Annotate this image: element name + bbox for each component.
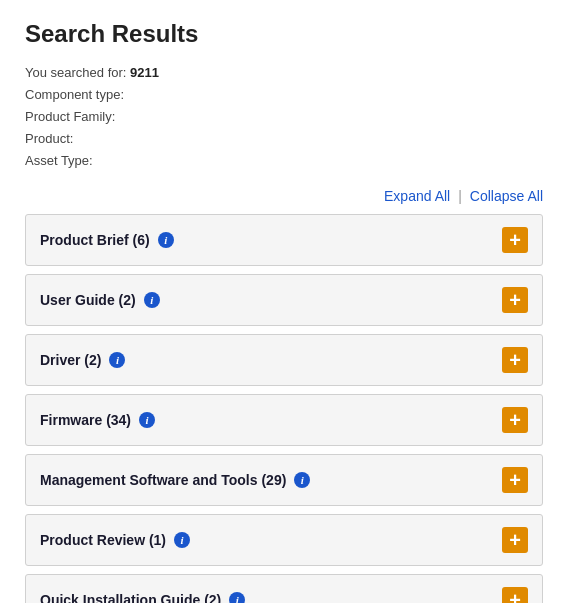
info-icon-driver[interactable]: i	[109, 352, 125, 368]
accordion-label-quick-installation-guide: Quick Installation Guide (2)	[40, 592, 221, 603]
expand-collapse-bar: Expand All | Collapse All	[25, 188, 543, 204]
filter-product-family: Product Family:	[25, 106, 543, 128]
accordion-label-management-software: Management Software and Tools (29)	[40, 472, 286, 488]
expand-button-product-brief[interactable]: +	[502, 227, 528, 253]
accordion-item-management-software[interactable]: Management Software and Tools (29)i+	[25, 454, 543, 506]
search-query-line: You searched for: 9211	[25, 62, 543, 84]
accordion-item-firmware[interactable]: Firmware (34)i+	[25, 394, 543, 446]
accordion-item-product-brief[interactable]: Product Brief (6)i+	[25, 214, 543, 266]
accordion-item-user-guide[interactable]: User Guide (2)i+	[25, 274, 543, 326]
search-value: 9211	[130, 65, 159, 80]
page-title: Search Results	[25, 20, 543, 48]
info-icon-product-review[interactable]: i	[174, 532, 190, 548]
accordion-label-driver: Driver (2)	[40, 352, 101, 368]
accordion-item-driver[interactable]: Driver (2)i+	[25, 334, 543, 386]
expand-button-firmware[interactable]: +	[502, 407, 528, 433]
accordion-left-management-software: Management Software and Tools (29)i	[40, 472, 310, 488]
filter-asset-type: Asset Type:	[25, 150, 543, 172]
search-label: You searched for:	[25, 65, 126, 80]
info-icon-user-guide[interactable]: i	[144, 292, 160, 308]
accordion-label-firmware: Firmware (34)	[40, 412, 131, 428]
expand-button-driver[interactable]: +	[502, 347, 528, 373]
expand-all-link[interactable]: Expand All	[384, 188, 450, 204]
expand-button-quick-installation-guide[interactable]: +	[502, 587, 528, 603]
filter-product: Product:	[25, 128, 543, 150]
info-icon-management-software[interactable]: i	[294, 472, 310, 488]
bar-divider: |	[458, 188, 462, 204]
accordion-item-product-review[interactable]: Product Review (1)i+	[25, 514, 543, 566]
expand-button-product-review[interactable]: +	[502, 527, 528, 553]
accordion-left-firmware: Firmware (34)i	[40, 412, 155, 428]
info-icon-quick-installation-guide[interactable]: i	[229, 592, 245, 603]
accordion-item-quick-installation-guide[interactable]: Quick Installation Guide (2)i+	[25, 574, 543, 603]
accordion-label-product-review: Product Review (1)	[40, 532, 166, 548]
accordion-left-product-brief: Product Brief (6)i	[40, 232, 174, 248]
expand-button-management-software[interactable]: +	[502, 467, 528, 493]
accordion-left-user-guide: User Guide (2)i	[40, 292, 160, 308]
accordion-left-quick-installation-guide: Quick Installation Guide (2)i	[40, 592, 245, 603]
accordion-container: Product Brief (6)i+User Guide (2)i+Drive…	[25, 214, 543, 603]
accordion-left-driver: Driver (2)i	[40, 352, 125, 368]
collapse-all-link[interactable]: Collapse All	[470, 188, 543, 204]
search-meta: You searched for: 9211 Component type: P…	[25, 62, 543, 172]
accordion-label-user-guide: User Guide (2)	[40, 292, 136, 308]
filter-component-type: Component type:	[25, 84, 543, 106]
expand-button-user-guide[interactable]: +	[502, 287, 528, 313]
info-icon-product-brief[interactable]: i	[158, 232, 174, 248]
info-icon-firmware[interactable]: i	[139, 412, 155, 428]
accordion-left-product-review: Product Review (1)i	[40, 532, 190, 548]
accordion-label-product-brief: Product Brief (6)	[40, 232, 150, 248]
